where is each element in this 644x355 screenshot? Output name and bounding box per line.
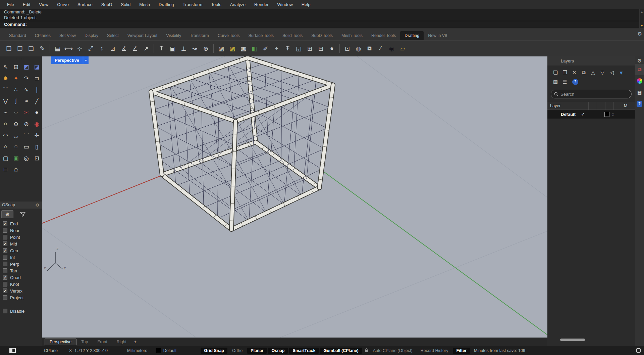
- circle-diameter-icon[interactable]: ⊘: [21, 118, 32, 130]
- fill-color-icon[interactable]: ◧: [249, 43, 260, 54]
- menu-render[interactable]: Render: [250, 0, 273, 9]
- leader-icon[interactable]: ↗: [141, 43, 151, 54]
- table-align-icon[interactable]: ⊟: [316, 43, 326, 54]
- coordinates-display[interactable]: X -1.712 Y 2.300 Z 0: [69, 348, 108, 353]
- duplicate-layer-icon[interactable]: ⧉: [579, 68, 588, 77]
- osnap-toggle-mid[interactable]: ✓Mid: [3, 240, 23, 247]
- ellipse-diameter-icon[interactable]: ◌: [11, 141, 21, 152]
- menu-surface[interactable]: Surface: [73, 0, 97, 9]
- osnap-gear-icon[interactable]: ⚙: [35, 202, 39, 209]
- viewport-tab-perspective[interactable]: Perspective: [45, 339, 76, 345]
- layer-name[interactable]: Default: [547, 112, 581, 117]
- menu-analyze[interactable]: Analyze: [226, 0, 250, 9]
- checkbox-icon[interactable]: [3, 268, 7, 273]
- cplane-pane[interactable]: CPlane: [44, 348, 58, 353]
- status-toggle-record-history[interactable]: Record History: [417, 348, 452, 354]
- status-toggle-auto-cplane[interactable]: Auto CPlane (Object): [370, 348, 416, 354]
- circle-plus-icon[interactable]: ⊕: [201, 43, 211, 54]
- material-column-header[interactable]: M: [622, 103, 627, 108]
- set-cplane-icon[interactable]: ◪: [32, 61, 42, 73]
- scroll-up-icon[interactable]: ▴: [641, 10, 643, 13]
- osnap-toggle-near[interactable]: Near: [3, 227, 23, 234]
- layer-name-column-header[interactable]: Layer: [547, 103, 588, 108]
- viewport-perspective[interactable]: Perspective ▾ z x y: [42, 56, 547, 338]
- checkbox-checked-icon[interactable]: ✓: [3, 241, 7, 246]
- dim-horizontal-icon[interactable]: ⟷: [63, 43, 74, 54]
- refit-curve-icon[interactable]: ✂: [21, 107, 32, 118]
- status-toggle-planar[interactable]: Planar: [247, 348, 267, 354]
- dim-edit-icon[interactable]: ✐: [260, 43, 271, 54]
- curve-extend-icon[interactable]: ⊐: [32, 73, 42, 84]
- lock-icon[interactable]: [365, 348, 368, 353]
- table-icon[interactable]: ⊞: [305, 43, 315, 54]
- panel-tab-materials[interactable]: ▦: [635, 87, 644, 98]
- open-folder-icon[interactable]: ▱: [397, 43, 408, 54]
- osnap-toggle-perp[interactable]: Perp: [3, 261, 23, 267]
- move-up-icon[interactable]: △: [588, 68, 598, 77]
- toolbar-tab-mesh-tools[interactable]: Mesh Tools: [337, 31, 367, 40]
- layer-material-icon[interactable]: ○: [611, 112, 614, 117]
- panel-tab-layers[interactable]: ⧉: [635, 64, 644, 75]
- checkbox-icon[interactable]: [3, 309, 7, 313]
- add-viewport-button[interactable]: +: [131, 339, 139, 345]
- arc-icon[interactable]: ◠: [0, 130, 11, 141]
- delete-layer-icon[interactable]: ✕: [570, 68, 579, 77]
- checkbox-checked-icon[interactable]: ✓: [3, 275, 7, 280]
- star-icon[interactable]: ✩: [11, 164, 21, 175]
- copy-detail-icon[interactable]: ⧉: [364, 43, 375, 54]
- select-icon[interactable]: ↖: [0, 61, 11, 73]
- cplane-swatch-icon[interactable]: [9, 348, 16, 353]
- explode-icon[interactable]: ✸: [0, 73, 11, 84]
- menu-help[interactable]: Help: [297, 0, 315, 9]
- curve-freeform-icon[interactable]: ≈: [21, 95, 32, 107]
- toolbar-tab-drafting[interactable]: Drafting: [400, 31, 424, 40]
- toolbar-tab-set-view[interactable]: Set View: [55, 31, 80, 40]
- circle-point-icon[interactable]: ⊙: [11, 118, 21, 130]
- osnap-toggle-project[interactable]: Project: [3, 294, 23, 301]
- checkbox-checked-icon[interactable]: ✓: [3, 221, 7, 226]
- toolbar-tab-select[interactable]: Select: [103, 31, 123, 40]
- layer-menu-icon[interactable]: ☰: [560, 78, 570, 86]
- text-frame-icon[interactable]: ▣: [167, 43, 178, 54]
- osnap-toggle-quad[interactable]: ✓Quad: [3, 274, 23, 281]
- arc-points-icon[interactable]: ⌒: [0, 84, 11, 95]
- viewport-dropdown-icon[interactable]: ▾: [83, 56, 89, 64]
- dim-vertical-icon[interactable]: ↕: [97, 43, 107, 54]
- osnap-marker-button[interactable]: ⊕: [1, 210, 13, 218]
- dim-ordinate-icon[interactable]: ⊥: [178, 43, 189, 54]
- toolbar-options-gear-icon[interactable]: ⚙: [638, 31, 642, 37]
- status-toggle-filter[interactable]: Filter: [453, 348, 470, 354]
- rectangle-plain-icon[interactable]: □: [0, 164, 11, 175]
- viewport-canvas[interactable]: [42, 56, 547, 338]
- print-icon[interactable]: ⊡: [342, 43, 353, 54]
- panel-tab-help[interactable]: ?: [635, 98, 644, 109]
- menu-transform[interactable]: Transform: [178, 0, 207, 9]
- status-toggle-gumball[interactable]: Gumball (CPlane): [320, 348, 362, 354]
- point-square-icon[interactable]: ⊡: [32, 152, 42, 164]
- status-toggle-smarttrack[interactable]: SmartTrack: [289, 348, 319, 354]
- toolbar-tab-new-in-v8[interactable]: New in V8: [424, 31, 451, 40]
- blend-curve-icon[interactable]: ⌢: [0, 107, 11, 118]
- text-icon[interactable]: T: [156, 43, 167, 54]
- current-layer-swatch[interactable]: [156, 348, 161, 353]
- status-toggle-grid-snap[interactable]: Grid Snap: [201, 348, 227, 354]
- arc-cse-icon[interactable]: ◡: [11, 130, 21, 141]
- panel-options-gear-icon[interactable]: ⚙: [637, 58, 642, 64]
- toolbar-tab-viewport-layout[interactable]: Viewport Layout: [123, 31, 162, 40]
- current-layer-pane[interactable]: Default: [163, 348, 177, 353]
- checkbox-icon[interactable]: [3, 295, 7, 300]
- hatch-icon[interactable]: ▨: [216, 43, 226, 54]
- checkbox-icon[interactable]: [3, 235, 7, 239]
- osnap-filter-button[interactable]: [17, 210, 29, 218]
- point-circle-icon[interactable]: ◎: [21, 152, 32, 164]
- command-area[interactable]: ⋮ Command: _Delete Deleted 1 object. Com…: [0, 9, 644, 28]
- menu-mesh[interactable]: Mesh: [135, 0, 154, 9]
- curve-interpolate-icon[interactable]: ∫: [11, 95, 21, 107]
- options-icon[interactable]: ✎: [37, 43, 47, 54]
- dim-angle-icon[interactable]: ∠: [130, 43, 140, 54]
- menu-window[interactable]: Window: [273, 0, 297, 9]
- toolbar-tab-standard[interactable]: Standard: [5, 31, 31, 40]
- toolbar-tab-display[interactable]: Display: [80, 31, 103, 40]
- osnap-toggle-int[interactable]: Int: [3, 254, 23, 261]
- arc-plus-icon[interactable]: ✛: [32, 130, 42, 141]
